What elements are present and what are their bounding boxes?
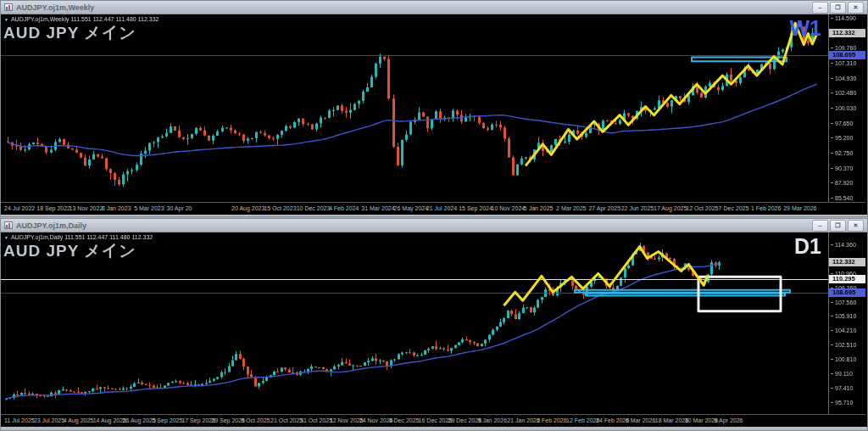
window-titlebar[interactable]: AUDJPY.oj1m,Weekly – ❐ ✕ — [1, 1, 867, 14]
ohlc-info[interactable]: ▼AUDJPY.oj1m,Daily 111.551 112.447 111.4… — [4, 234, 153, 240]
price-tick-label: 114.590 — [831, 15, 856, 21]
date-label: 5 Mar 2023 — [134, 205, 164, 211]
window-title: AUDJPY.oj1m,Weekly — [16, 3, 94, 12]
date-label: 16 Dec 2025 — [419, 417, 453, 423]
ohlc-text: AUDJPY.oj1m,Daily 111.551 112.447 111.48… — [11, 234, 153, 240]
date-label: 10 Nov 2024 — [492, 205, 526, 211]
date-label: 22 Jun 2025 — [621, 205, 654, 211]
price-tick-label: 102.510 — [831, 342, 856, 348]
date-label: 4 Dec 2025 — [389, 417, 420, 423]
date-label: 5 Sep 2025 — [153, 417, 183, 423]
date-label: 23 Jul 2025 — [34, 417, 64, 423]
price-tick-label: 100.030 — [831, 105, 856, 111]
date-label: 29 Dec 2025 — [448, 417, 482, 423]
date-label: 10 Dec 2023 — [297, 205, 331, 211]
price-tick-label: 95.710 — [831, 400, 853, 406]
chart-watermark: AUD JPY メイン — [3, 22, 136, 44]
date-label: 15 Oct 2023 — [264, 205, 296, 211]
date-label: 2 Feb 2026 — [537, 417, 566, 423]
price-tick-label: 99.110 — [831, 371, 853, 377]
date-label: 12 Oct 2025 — [686, 205, 718, 211]
date-label: 29 Mar 2026 — [783, 205, 816, 211]
price-tick-label: 100.810 — [831, 356, 856, 362]
date-label: 21 Oct 2025 — [270, 417, 303, 423]
date-label: 2 Mar 2025 — [556, 205, 586, 211]
date-label: 9 Apr 2026 — [715, 417, 743, 423]
price-tick-label: 102.480 — [831, 90, 856, 96]
price-tick-label: 97.650 — [831, 120, 853, 126]
price-tick-label: 85.540 — [831, 195, 853, 201]
window-controls: – ❐ ✕ — [812, 2, 864, 14]
chart-window-icon — [4, 221, 13, 229]
timeframe-label: D1 — [794, 234, 821, 259]
chart-window-weekly: AUDJPY.oj1m,Weekly – ❐ ✕ ▼AUDJPY.oj1m,We… — [0, 0, 868, 217]
restore-button[interactable]: ❐ — [830, 2, 846, 14]
date-label: 31 Oct 2025 — [300, 417, 332, 423]
price-tick-label: 97.410 — [831, 385, 853, 391]
price-badge-gray: 112.332 — [829, 258, 865, 266]
price-tick-label: 104.930 — [831, 76, 856, 81]
date-label: 15 Sep 2024 — [459, 205, 492, 211]
window-titlebar[interactable]: AUDJPY.oj1m,Daily – ❐ ✕ — [1, 219, 867, 232]
price-badge-blue: 108.695 — [829, 288, 865, 297]
date-label: 18 Mar 2026 — [655, 417, 688, 423]
price-tick-label: 114.360 — [831, 242, 856, 248]
date-label: 30 Apr 20 — [167, 205, 192, 211]
date-label: 4 Feb 2024 — [329, 205, 359, 211]
price-tick-label: 104.210 — [831, 327, 856, 333]
date-label: 12 Nov 2025 — [330, 417, 364, 423]
date-label: 21 Jul 2024 — [426, 205, 457, 211]
date-label: 4 Aug 2025 — [64, 417, 93, 423]
price-tick-label: 107.560 — [831, 299, 856, 305]
price-tick-label: 107.310 — [831, 60, 856, 66]
date-label: 20 Aug 2023 — [231, 205, 264, 211]
date-label: 18 Sep 2022 — [36, 205, 70, 211]
date-label: 17 Sep 2025 — [181, 417, 215, 423]
date-axis[interactable]: 11 Jul 202523 Jul 20254 Aug 202514 Aug 2… — [1, 414, 865, 427]
date-label: 13 Nov 2022 — [70, 205, 103, 211]
price-tick-label: 105.910 — [831, 313, 856, 319]
price-axis[interactable]: 114.590109.760107.310104.930102.480100.0… — [828, 14, 865, 202]
price-badge-white: 110.295 — [829, 275, 865, 283]
minimize-button[interactable]: – — [812, 220, 828, 232]
window-title: AUDJPY.oj1m,Daily — [16, 221, 86, 230]
date-label: 24 Feb 2026 — [596, 417, 629, 423]
ohlc-text: AUDJPY.oj1m,Weekly 111.551 112.447 111.4… — [11, 16, 159, 22]
date-label: 29 Sep 2025 — [211, 417, 245, 423]
price-tick-label: 92.750 — [831, 150, 853, 156]
minimize-button[interactable]: – — [812, 2, 828, 14]
chart-window-daily: AUDJPY.oj1m,Daily – ❐ ✕ ▼AUDJPY.oj1m,Dai… — [0, 218, 868, 431]
chart-area: ▼AUDJPY.oj1m,Weekly 111.551 112.447 111.… — [1, 14, 867, 215]
date-label: 9 Oct 2025 — [241, 417, 270, 423]
restore-button[interactable]: ❐ — [830, 220, 846, 232]
date-label: 24 Jul 2022 — [4, 205, 35, 211]
date-label: 9 Jan 2026 — [477, 417, 507, 423]
date-label: 8 Jan 2023 — [102, 205, 131, 211]
close-button[interactable]: ✕ — [848, 220, 864, 232]
close-button[interactable]: ✕ — [848, 2, 864, 14]
window-controls: – ❐ ✕ — [812, 220, 864, 232]
timeframe-label: W1 — [790, 16, 822, 41]
date-label: 17 Aug 2025 — [654, 205, 687, 211]
date-label: 26 Aug 2025 — [123, 417, 156, 423]
date-label: 5 Jan 2025 — [524, 205, 554, 211]
date-label: 6 Mar 2026 — [626, 417, 655, 423]
date-label: 30 Mar 2026 — [685, 417, 718, 423]
date-label: 7 Dec 2025 — [719, 205, 749, 211]
date-axis[interactable]: 24 Jul 202218 Sep 202213 Nov 20228 Jan 2… — [1, 202, 865, 215]
price-axis[interactable]: 114.360110.960109.260107.560105.910104.2… — [828, 232, 865, 414]
chart-window-icon — [4, 3, 13, 11]
date-label: 12 Feb 2026 — [566, 417, 599, 423]
price-tick-label: 87.920 — [831, 180, 853, 186]
price-tick-label: 95.200 — [831, 135, 853, 141]
price-badge-gray: 112.332 — [829, 29, 865, 37]
date-label: 11 Jul 2025 — [4, 417, 35, 423]
date-label: 26 May 2024 — [394, 205, 428, 211]
ohlc-info[interactable]: ▼AUDJPY.oj1m,Weekly 111.551 112.447 111.… — [4, 16, 159, 22]
date-label: 21 Jan 2026 — [507, 417, 540, 423]
date-label: 1 Feb 2026 — [751, 205, 781, 211]
date-label: 24 Nov 2025 — [359, 417, 393, 423]
date-label: 14 Aug 2025 — [93, 417, 126, 423]
price-tick-label: 90.370 — [831, 165, 853, 171]
price-badge-blue: 108.695 — [829, 51, 865, 59]
